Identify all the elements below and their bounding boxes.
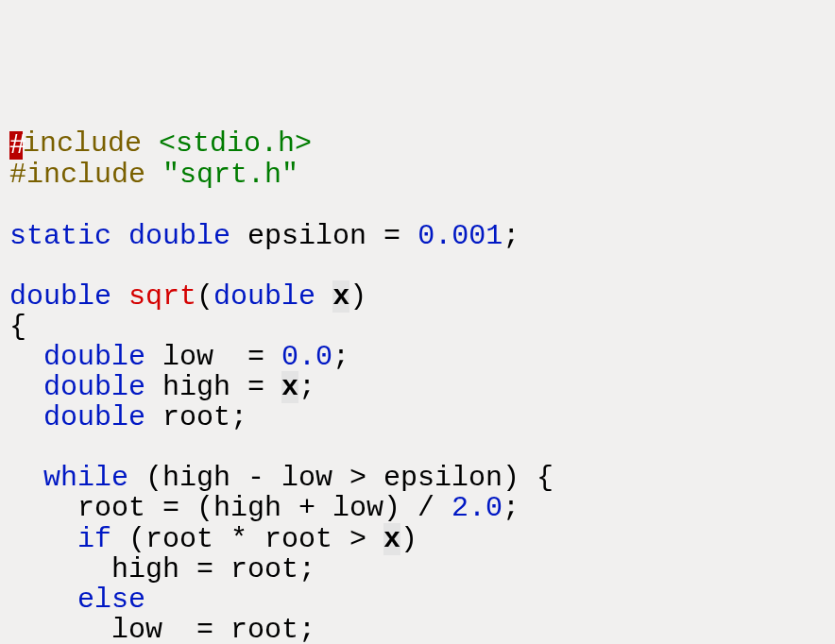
code-token: if <box>77 523 111 555</box>
code-token: ( <box>196 280 213 313</box>
code-token: 2.0 <box>452 492 503 524</box>
code-token: (high - low > epsilon) { <box>128 462 554 494</box>
code-token: double <box>128 220 230 252</box>
code-token: double <box>43 371 145 403</box>
code-token: x <box>332 280 349 313</box>
code-token: ) <box>349 280 366 313</box>
code-token: ) <box>400 523 418 555</box>
code-token: ; <box>298 371 315 403</box>
code-token <box>315 280 332 313</box>
code-token: 0.001 <box>418 220 503 252</box>
code-token: #include <box>9 159 162 191</box>
code-token: ; <box>332 341 349 373</box>
code-token <box>9 371 43 403</box>
code-token: double <box>43 401 145 433</box>
code-token: root; <box>145 401 247 433</box>
code-line: high = root; <box>9 553 315 585</box>
code-token: high = <box>145 371 281 403</box>
code-token <box>111 220 128 252</box>
code-token: epsilon = <box>230 220 418 252</box>
code-token: include <box>23 127 159 160</box>
code-token: root = (high + low) / <box>9 492 452 524</box>
code-token: low = <box>145 341 281 373</box>
code-token: sqrt <box>128 280 196 313</box>
code-token <box>9 401 43 433</box>
code-token: "sqrt.h" <box>162 159 298 191</box>
code-token: ; <box>503 220 520 252</box>
code-token: double <box>43 341 145 373</box>
code-token: else <box>77 584 145 616</box>
code-token <box>9 341 43 373</box>
code-token: <stdio.h> <box>159 127 312 160</box>
code-token: x <box>383 523 400 555</box>
code-token <box>111 280 128 313</box>
code-token: double <box>213 280 315 313</box>
code-token: ; <box>503 492 520 524</box>
code-token: double <box>9 280 111 313</box>
code-token <box>9 584 77 616</box>
code-token: while <box>43 462 128 494</box>
code-token: x <box>281 371 298 403</box>
code-line: { <box>9 311 26 343</box>
code-token <box>9 523 77 555</box>
code-line: low = root; <box>9 614 315 644</box>
code-token: 0.0 <box>281 341 332 373</box>
code-token: static <box>9 220 111 252</box>
code-token: (root * root > <box>111 523 383 555</box>
code-token <box>9 462 43 494</box>
code-editor: #include <stdio.h> #include "sqrt.h" sta… <box>9 128 826 644</box>
text-cursor: # <box>9 131 23 160</box>
